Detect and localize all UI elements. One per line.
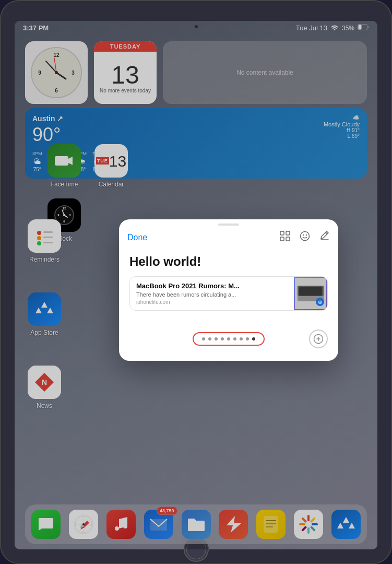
popup-content: Hello world! MacBook Pro 2021 Rumors: M.…: [119, 249, 338, 321]
page-dot: [215, 337, 218, 340]
screen: 3:37 PM Tue Jul 13 35%: [15, 21, 377, 549]
page-dot: [246, 337, 249, 340]
svg-point-33: [303, 234, 304, 236]
note-popup: Done: [119, 219, 338, 361]
svg-point-34: [306, 234, 307, 236]
popup-edit-icon[interactable]: [319, 231, 330, 244]
svg-rect-38: [299, 287, 322, 296]
popup-toolbar: Done: [119, 226, 338, 249]
popup-link-card[interactable]: MacBook Pro 2021 Rumors: M... There have…: [129, 276, 328, 311]
popup-emoji-icon[interactable]: [300, 231, 310, 244]
popup-link-info: MacBook Pro 2021 Rumors: M... There have…: [130, 277, 294, 310]
svg-text:⊕: ⊕: [318, 299, 322, 305]
svg-rect-30: [280, 237, 284, 241]
page-dots-container: [193, 332, 265, 346]
page-dot: [221, 337, 224, 340]
svg-point-32: [301, 232, 310, 241]
svg-rect-31: [286, 237, 290, 241]
page-dot: [252, 337, 255, 340]
page-dot: [240, 337, 243, 340]
popup-toolbar-icons: [280, 231, 330, 244]
popup-link-domain: iphonelife.com: [136, 299, 288, 305]
svg-rect-28: [280, 231, 284, 235]
popup-bottom: [119, 321, 338, 361]
popup-link-title: MacBook Pro 2021 Rumors: M...: [136, 282, 288, 290]
page-dot: [208, 337, 211, 340]
popup-link-desc: There have been rumors circulating a...: [136, 291, 288, 298]
popup-settings-button[interactable]: [309, 330, 328, 348]
popup-title: Hello world!: [129, 254, 328, 269]
popup-link-thumbnail: ⊕: [294, 277, 327, 310]
page-dot: [227, 337, 230, 340]
page-dot: [202, 337, 205, 340]
popup-done-button[interactable]: Done: [127, 233, 147, 242]
page-dot: [233, 337, 236, 340]
popup-grid-icon[interactable]: [280, 231, 290, 244]
svg-rect-29: [286, 231, 290, 235]
ipad-frame: 3:37 PM Tue Jul 13 35%: [0, 0, 392, 564]
